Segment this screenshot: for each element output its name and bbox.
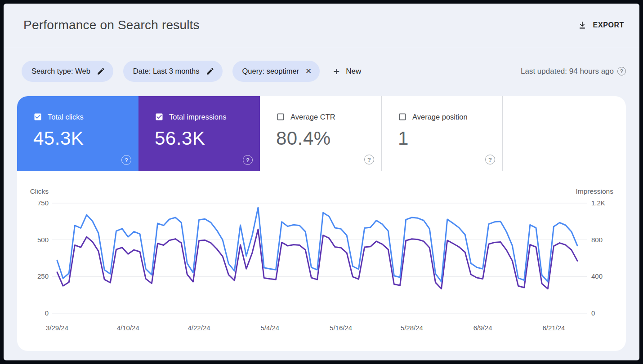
metric-tile-average-position[interactable]: Average position 1 ? <box>381 96 503 171</box>
help-icon[interactable]: ? <box>121 155 131 165</box>
last-updated: Last updated: 94 hours ago ? <box>521 67 626 76</box>
filter-chip-search-type[interactable]: Search type: Web <box>22 61 113 82</box>
svg-text:Impressions: Impressions <box>576 187 613 195</box>
plus-icon: + <box>333 66 339 77</box>
checkbox-unchecked-icon[interactable] <box>276 112 285 121</box>
filter-chip-label: Query: seoptimer <box>242 67 299 75</box>
app-window: Performance on Search results EXPORT Sea… <box>4 4 639 360</box>
filter-chip-query[interactable]: Query: seoptimer ✕ <box>232 61 320 82</box>
metric-label: Total clicks <box>48 113 84 121</box>
edit-icon <box>97 67 105 75</box>
metric-tile-total-impressions[interactable]: Total impressions 56.3K ? <box>138 96 260 171</box>
svg-text:250: 250 <box>37 272 49 280</box>
metric-tile-average-ctr[interactable]: Average CTR 80.4% ? <box>260 96 381 171</box>
svg-text:4/10/24: 4/10/24 <box>117 324 139 332</box>
metric-label: Total impressions <box>169 113 226 121</box>
download-icon <box>578 21 587 30</box>
svg-text:0: 0 <box>45 309 49 317</box>
new-filter-label: New <box>346 67 361 76</box>
checkbox-checked-icon[interactable] <box>33 112 42 121</box>
edit-icon <box>206 67 214 75</box>
performance-panel: Total clicks 45.3K ? Total impressions 5… <box>17 96 626 351</box>
svg-text:4/22/24: 4/22/24 <box>188 324 210 332</box>
help-icon[interactable]: ? <box>243 155 253 165</box>
page-title: Performance on Search results <box>23 18 200 32</box>
svg-text:400: 400 <box>591 272 603 280</box>
svg-text:3/29/24: 3/29/24 <box>46 324 68 332</box>
svg-text:5/16/24: 5/16/24 <box>330 324 352 332</box>
svg-text:500: 500 <box>37 236 49 244</box>
metric-label: Average CTR <box>290 113 335 121</box>
help-icon[interactable]: ? <box>485 155 495 164</box>
svg-text:750: 750 <box>37 199 49 207</box>
help-icon[interactable]: ? <box>617 67 626 75</box>
filter-chip-label: Date: Last 3 months <box>133 67 200 75</box>
help-icon[interactable]: ? <box>364 155 374 164</box>
last-updated-text: Last updated: 94 hours ago <box>521 67 614 76</box>
export-button[interactable]: EXPORT <box>578 21 624 30</box>
close-icon[interactable]: ✕ <box>305 67 312 75</box>
metric-value: 56.3K <box>155 128 260 149</box>
svg-text:800: 800 <box>591 236 603 244</box>
filter-chip-date[interactable]: Date: Last 3 months <box>123 61 223 82</box>
checkbox-unchecked-icon[interactable] <box>398 112 407 121</box>
metric-value: 80.4% <box>276 128 381 149</box>
svg-text:5/4/24: 5/4/24 <box>260 324 279 332</box>
metric-tiles: Total clicks 45.3K ? Total impressions 5… <box>17 96 626 171</box>
metric-value: 45.3K <box>33 128 138 149</box>
svg-text:Clicks: Clicks <box>30 187 49 195</box>
svg-text:0: 0 <box>591 309 595 317</box>
checkbox-checked-icon[interactable] <box>155 112 164 121</box>
metric-value: 1 <box>398 128 502 149</box>
new-filter-button[interactable]: + New <box>333 66 361 77</box>
header: Performance on Search results EXPORT <box>4 4 639 47</box>
svg-text:6/21/24: 6/21/24 <box>542 324 565 332</box>
filter-bar: Search type: Web Date: Last 3 months Que… <box>4 47 639 82</box>
performance-chart[interactable]: 025050075004008001.2KClicksImpressions3/… <box>17 187 626 351</box>
filter-chip-label: Search type: Web <box>31 67 90 75</box>
metric-label: Average position <box>412 113 468 121</box>
export-label: EXPORT <box>593 21 624 29</box>
svg-text:6/9/24: 6/9/24 <box>473 324 492 332</box>
svg-text:1.2K: 1.2K <box>591 199 605 207</box>
svg-text:5/28/24: 5/28/24 <box>401 324 423 332</box>
metric-tile-total-clicks[interactable]: Total clicks 45.3K ? <box>17 96 138 171</box>
